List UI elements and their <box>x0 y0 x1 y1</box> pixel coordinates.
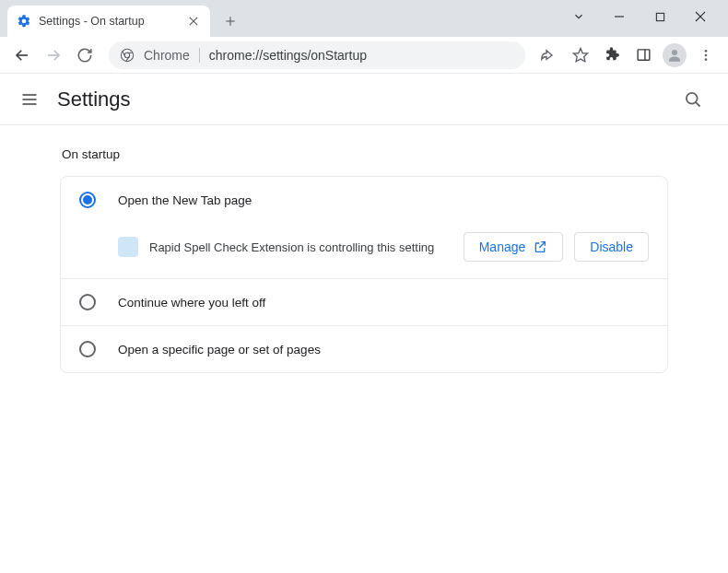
settings-header: Settings <box>0 74 728 125</box>
address-bar[interactable]: Chrome chrome://settings/onStartup <box>109 41 525 69</box>
radio-option-continue[interactable]: Continue where you left off <box>61 279 667 325</box>
disable-button[interactable]: Disable <box>574 232 649 262</box>
svg-marker-15 <box>574 48 588 61</box>
close-icon[interactable] <box>186 14 201 29</box>
extension-notice-text: Rapid Spell Check Extension is controlli… <box>149 240 452 254</box>
manage-button[interactable]: Manage <box>464 232 564 262</box>
back-button[interactable] <box>7 41 37 70</box>
window-controls <box>558 0 728 33</box>
svg-point-25 <box>687 92 698 103</box>
tab-title: Settings - On startup <box>39 15 181 28</box>
radio-label: Open a specific page or set of pages <box>118 343 321 357</box>
search-icon[interactable] <box>676 83 710 116</box>
window-close-icon[interactable] <box>680 0 721 33</box>
external-link-icon <box>533 240 547 254</box>
bookmark-icon[interactable] <box>566 41 595 70</box>
browser-toolbar: Chrome chrome://settings/onStartup <box>0 37 728 74</box>
svg-rect-1 <box>656 13 663 20</box>
settings-body: On startup Open the New Tab page Rapid S… <box>0 125 728 395</box>
radio-option-new-tab[interactable]: Open the New Tab page <box>61 177 667 223</box>
startup-card: Open the New Tab page Rapid Spell Check … <box>60 176 668 373</box>
extension-notice: Rapid Spell Check Extension is controlli… <box>61 223 667 278</box>
radio-icon <box>79 341 96 357</box>
window-minimize-icon[interactable] <box>599 0 640 33</box>
profile-avatar[interactable] <box>660 41 689 70</box>
radio-option-specific-pages[interactable]: Open a specific page or set of pages <box>61 326 667 372</box>
svg-point-21 <box>705 58 708 61</box>
browser-tab[interactable]: Settings - On startup <box>7 6 210 37</box>
svg-rect-16 <box>638 50 650 60</box>
section-title: On startup <box>60 147 668 161</box>
chrome-icon <box>120 48 135 63</box>
gear-icon <box>17 14 31 29</box>
radio-label: Open the New Tab page <box>118 193 252 207</box>
radio-icon <box>79 192 96 208</box>
hamburger-icon[interactable] <box>18 88 41 111</box>
window-maximize-icon[interactable] <box>640 0 680 33</box>
new-tab-button[interactable] <box>217 8 243 34</box>
extension-favicon <box>118 237 138 257</box>
svg-line-13 <box>123 51 125 56</box>
reload-button[interactable] <box>70 41 100 70</box>
radio-icon <box>79 294 96 310</box>
page-title: Settings <box>57 88 676 111</box>
svg-line-26 <box>696 101 700 106</box>
menu-icon[interactable] <box>691 41 721 70</box>
sidepanel-icon[interactable] <box>628 41 658 70</box>
window-dropdown-icon[interactable] <box>558 0 599 33</box>
forward-button[interactable] <box>39 41 68 70</box>
disable-button-label: Disable <box>590 240 633 254</box>
url-text: chrome://settings/onStartup <box>209 48 367 63</box>
manage-button-label: Manage <box>479 240 526 254</box>
url-scheme-label: Chrome <box>144 48 200 63</box>
svg-point-19 <box>705 50 708 53</box>
svg-point-20 <box>705 53 708 56</box>
share-icon[interactable] <box>534 41 564 70</box>
extensions-icon[interactable] <box>597 41 627 70</box>
radio-label: Continue where you left off <box>118 296 265 310</box>
svg-point-18 <box>672 50 677 55</box>
